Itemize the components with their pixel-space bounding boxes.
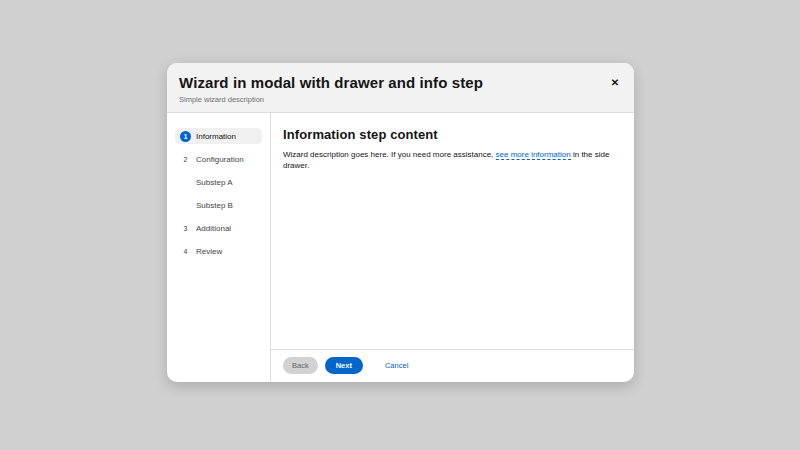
step-number: 2 (180, 154, 191, 165)
cancel-button[interactable]: Cancel (381, 357, 412, 375)
step-label: Information (196, 132, 236, 141)
wizard-step-nav: 1 Information 2 Configuration Substep A … (167, 113, 271, 382)
wizard-step-substep-b[interactable]: Substep B (175, 197, 262, 213)
step-label: Substep B (196, 201, 233, 210)
modal-description: Simple wizard description (179, 95, 616, 104)
content-text: Wizard description goes here. If you nee… (283, 149, 622, 171)
step-label: Review (196, 247, 222, 256)
wizard-step-substep-a[interactable]: Substep A (175, 174, 262, 190)
step-number: 1 (180, 131, 191, 142)
next-button[interactable]: Next (325, 357, 363, 375)
step-label: Substep A (196, 178, 232, 187)
step-content: Information step content Wizard descript… (271, 113, 634, 349)
content-text-before: Wizard description goes here. If you nee… (283, 150, 496, 159)
step-number: 3 (180, 223, 191, 234)
wizard-main: Information step content Wizard descript… (271, 113, 634, 382)
modal-title: Wizard in modal with drawer and info ste… (179, 74, 616, 91)
step-label: Additional (196, 224, 231, 233)
wizard-footer: Back Next Cancel (271, 349, 634, 383)
step-number (180, 200, 191, 211)
step-number (180, 177, 191, 188)
see-more-information-link[interactable]: see more information (496, 150, 571, 160)
wizard-step-review[interactable]: 4 Review (175, 243, 262, 259)
wizard-modal: Wizard in modal with drawer and info ste… (167, 63, 634, 382)
close-icon[interactable]: ✕ (607, 75, 623, 91)
modal-body: 1 Information 2 Configuration Substep A … (167, 113, 634, 382)
step-number: 4 (180, 246, 191, 257)
wizard-step-configuration[interactable]: 2 Configuration (175, 151, 262, 167)
step-label: Configuration (196, 155, 244, 164)
wizard-step-additional[interactable]: 3 Additional (175, 220, 262, 236)
back-button[interactable]: Back (283, 357, 318, 375)
content-heading: Information step content (283, 127, 622, 142)
modal-header: Wizard in modal with drawer and info ste… (167, 63, 634, 113)
wizard-step-information[interactable]: 1 Information (175, 128, 262, 144)
